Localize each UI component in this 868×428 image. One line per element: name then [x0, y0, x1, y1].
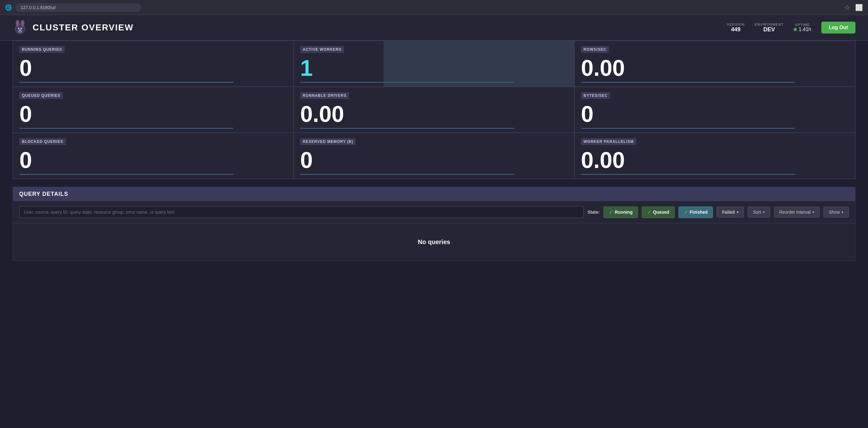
stat-value: 0 [20, 149, 287, 172]
stat-card-worker-parallelism: WORKER PARALLELISM0.00 [575, 133, 855, 179]
uptime-value: 1.41h [794, 27, 811, 32]
app: CLUSTER OVERVIEW VERSION 449 ENVIRONMENT… [0, 15, 868, 428]
browser-actions: ☆ ⬜ [844, 4, 863, 11]
stat-card-queued-queries: QUEUED QUERIES0 [13, 87, 293, 133]
sort-label: Sort [753, 210, 761, 215]
queued-state-button[interactable]: ✓ Queued [642, 207, 675, 218]
stat-label: QUEUED QUERIES [20, 92, 63, 99]
browser-chrome: 🌐 ☆ ⬜ [0, 0, 868, 15]
stat-value: 0 [20, 103, 287, 125]
version-value: 449 [727, 26, 745, 33]
stat-card-reserved-memory-b: RESERVED MEMORY (B)0 [293, 133, 575, 179]
query-toolbar: State: ✓ Running ✓ Queued ✓ Finished Fai… [13, 201, 855, 223]
stat-label: BYTES/SEC [581, 92, 610, 99]
stat-label: ACTIVE WORKERS [300, 46, 344, 53]
queued-label: Queued [653, 210, 669, 215]
header-meta: VERSION 449 ENVIRONMENT DEV UPTIME 1.41h… [727, 22, 856, 33]
stat-label: BLOCKED QUERIES [20, 138, 66, 145]
stat-value: 0.00 [581, 149, 848, 172]
finished-state-button[interactable]: ✓ Finished [678, 207, 713, 218]
stat-value: 0.00 [300, 103, 568, 125]
stat-card-active-workers: ACTIVE WORKERS1 [293, 41, 575, 87]
stat-card-bytessec: BYTES/SEC0 [575, 87, 855, 133]
stat-card-rowssec: ROWS/SEC0.00 [575, 41, 855, 87]
environment-label: ENVIRONMENT [754, 23, 783, 26]
extensions-icon[interactable]: ⬜ [855, 4, 863, 11]
stat-progress-bar [300, 128, 514, 129]
finished-check-icon: ✓ [684, 209, 688, 215]
app-header: CLUSTER OVERVIEW VERSION 449 ENVIRONMENT… [0, 15, 868, 41]
show-label: Show [829, 210, 840, 215]
stat-progress-bar [581, 82, 795, 83]
uptime-number: 1.41h [799, 27, 811, 32]
stat-progress-bar [20, 128, 234, 129]
stat-card-running-queries: RUNNING QUERIES0 [13, 41, 293, 87]
failed-label: Failed [722, 210, 735, 215]
reorder-interval-caret-icon: ▾ [812, 210, 814, 214]
stat-value: 1 [300, 57, 568, 79]
reorder-interval-button[interactable]: Reorder Interval ▾ [774, 207, 820, 217]
running-state-button[interactable]: ✓ Running [603, 207, 638, 218]
stat-value: 0 [300, 149, 568, 172]
stat-label: RESERVED MEMORY (B) [300, 138, 356, 145]
svg-point-8 [21, 28, 22, 29]
stat-label: RUNNABLE DRIVERS [300, 92, 349, 99]
url-bar[interactable] [16, 3, 141, 12]
query-search-input[interactable] [19, 206, 584, 218]
stat-progress-bar [300, 82, 514, 83]
stat-progress-bar [581, 128, 795, 129]
svg-point-12 [18, 30, 22, 33]
failed-state-button[interactable]: Failed ▾ [717, 207, 744, 217]
uptime-label: UPTIME [794, 23, 811, 27]
logout-button[interactable]: Log Out [821, 22, 856, 33]
stat-value: 0 [20, 57, 287, 79]
show-caret-icon: ▾ [842, 210, 843, 214]
failed-caret-icon: ▾ [737, 210, 739, 214]
state-label: State: [588, 210, 600, 215]
query-details-section: QUERY DETAILS State: ✓ Running ✓ Queued … [12, 187, 856, 261]
bookmark-icon[interactable]: ☆ [844, 4, 850, 11]
finished-label: Finished [690, 210, 708, 215]
environment-meta: ENVIRONMENT DEV [754, 23, 783, 33]
svg-point-3 [17, 20, 19, 26]
version-meta: VERSION 449 [727, 23, 745, 33]
running-label: Running [615, 210, 633, 215]
stat-card-runnable-drivers: RUNNABLE DRIVERS0.00 [293, 87, 575, 133]
logo-area: CLUSTER OVERVIEW [12, 20, 133, 35]
show-button[interactable]: Show ▾ [824, 207, 849, 217]
running-check-icon: ✓ [609, 209, 613, 215]
stat-label: WORKER PARALLELISM [581, 138, 636, 145]
queued-check-icon: ✓ [647, 209, 651, 215]
version-label: VERSION [727, 23, 745, 26]
uptime-dot [794, 28, 797, 31]
stat-value: 0 [581, 103, 848, 125]
sort-button[interactable]: Sort ▾ [748, 207, 770, 217]
uptime-meta: UPTIME 1.41h [794, 23, 811, 32]
svg-point-4 [22, 20, 24, 26]
environment-value: DEV [754, 26, 783, 33]
stat-progress-bar [300, 174, 514, 175]
no-queries-message: No queries [13, 223, 855, 261]
stat-progress-bar [581, 174, 795, 175]
sort-caret-icon: ▾ [763, 210, 765, 214]
reorder-interval-label: Reorder Interval [779, 210, 811, 215]
stat-label: RUNNING QUERIES [20, 46, 65, 53]
app-title: CLUSTER OVERVIEW [33, 23, 133, 33]
logo-icon [12, 20, 28, 35]
stat-label: ROWS/SEC [581, 46, 609, 53]
stat-value: 0.00 [581, 57, 848, 79]
svg-point-7 [19, 28, 20, 29]
query-details-header: QUERY DETAILS [13, 187, 855, 201]
stat-progress-bar [20, 174, 234, 175]
stats-grid: RUNNING QUERIES0ACTIVE WORKERS1ROWS/SEC0… [12, 41, 856, 179]
stat-progress-bar [20, 82, 234, 83]
stat-card-blocked-queries: BLOCKED QUERIES0 [13, 133, 293, 179]
globe-icon: 🌐 [5, 4, 12, 11]
query-details-title: QUERY DETAILS [19, 191, 68, 197]
